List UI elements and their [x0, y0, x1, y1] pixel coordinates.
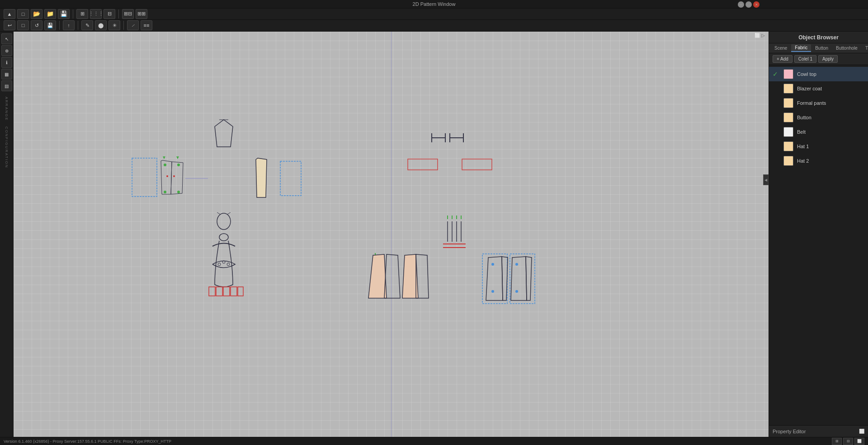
center-line-vertical [391, 32, 392, 437]
fabric-item-6[interactable]: Hat 1 [769, 139, 868, 154]
property-editor-expand[interactable]: ⬜ [859, 429, 864, 434]
fabric-list: ✓Cowl topBlazer coatFormal pantsButtonBe… [769, 65, 868, 425]
svg-rect-18 [462, 159, 492, 170]
fabric-item-3[interactable]: Formal pants [769, 96, 868, 110]
tab-scene[interactable]: Scene [771, 45, 791, 52]
separator5 [123, 21, 124, 30]
minimize-btn[interactable]: ─ [738, 1, 744, 8]
right-panel: Object Browser ⬜ ▷ Scene Fabric Button B… [769, 32, 868, 437]
pattern-canvas[interactable]: ▼ ▼ [14, 32, 769, 437]
svg-rect-3 [132, 158, 157, 197]
piece-waistband [429, 129, 466, 147]
tab-bar: Scene Fabric Button Buttonhole Tri▾ [769, 43, 868, 53]
svg-marker-5 [171, 162, 183, 194]
arrangement-btn[interactable]: ⋮⋮⋮ [90, 9, 102, 19]
grid-tool[interactable]: ▦ [1, 69, 12, 80]
fabric-swatch-5 [783, 127, 793, 137]
piece-right-box [279, 160, 302, 197]
svg-marker-0 [215, 120, 233, 147]
tab-button[interactable]: Button [811, 45, 832, 52]
object-browser-title: Object Browser ⬜ ▷ [769, 32, 868, 43]
fabric-swatch-1 [783, 69, 793, 79]
col1-button[interactable]: Colel 1 [794, 55, 816, 63]
svg-line-28 [227, 212, 231, 215]
svg-point-11 [177, 191, 180, 193]
status-text: Version 6.1.460 (x26856) - Proxy Server:… [4, 439, 171, 444]
save2-btn[interactable]: 💾 [44, 20, 56, 30]
piece-formal-pants [362, 251, 436, 303]
fabric-swatch-4 [783, 112, 793, 122]
fabric-name-6: Hat 1 [797, 144, 809, 149]
zoom-tool[interactable]: ⊕ [1, 45, 12, 56]
svg-marker-15 [256, 158, 267, 197]
split-btn[interactable]: ⊞⊞ [136, 9, 147, 19]
piece-bodice-top [208, 117, 240, 149]
svg-rect-34 [223, 287, 230, 296]
piece-collar [210, 239, 237, 253]
fabric-name-3: Formal pants [797, 100, 826, 106]
svg-point-59 [515, 263, 518, 266]
save-as-btn[interactable]: 📁 [44, 9, 56, 19]
tab-fabric[interactable]: Fabric [791, 44, 811, 52]
fabric-name-5: Belt [797, 129, 806, 135]
layout-btn[interactable]: ⊟ [104, 9, 115, 19]
open-btn[interactable]: 📂 [31, 9, 42, 19]
svg-point-31 [227, 263, 230, 266]
edit-btn[interactable]: ✎ [81, 20, 93, 30]
move-up-btn[interactable]: ↑ [63, 20, 75, 30]
separator4 [78, 21, 78, 30]
svg-marker-57 [526, 257, 532, 300]
separator2 [118, 9, 119, 19]
piece-rect-2 [461, 158, 493, 171]
check-icon-1: ✓ [773, 70, 780, 78]
undo-btn[interactable]: ↩ [4, 20, 15, 30]
panel-collapse-handle[interactable]: ◀ [763, 174, 769, 185]
redo-square-btn[interactable]: □ [17, 20, 29, 30]
multi-grid-btn[interactable]: ⊞⊟ [122, 9, 134, 19]
pin-btn[interactable]: ⬤ [95, 20, 107, 30]
grid-btn[interactable]: ⊞ [76, 9, 88, 19]
view-icon-2[interactable]: ⊟ [843, 438, 853, 445]
fabric-item-1[interactable]: ✓Cowl top [769, 67, 868, 81]
svg-point-58 [491, 263, 494, 266]
svg-marker-54 [486, 257, 503, 300]
fabric-item-5[interactable]: Belt [769, 125, 868, 139]
svg-text:▼: ▼ [162, 155, 166, 160]
view-icon-3[interactable]: ⬜ [854, 438, 864, 445]
tab-buttonhole[interactable]: Buttonhole [832, 45, 861, 52]
piece-small-buttons [208, 285, 244, 300]
arrow-tool-btn[interactable]: ▲ [4, 9, 15, 19]
redo-btn[interactable]: ↺ [31, 20, 42, 30]
collapse-icon[interactable]: ▷ [761, 33, 765, 38]
select-tool[interactable]: ↖ [1, 33, 12, 44]
lines-btn[interactable]: ≡≡ [141, 20, 152, 30]
fabric-item-4[interactable]: Button [769, 110, 868, 125]
fabric-item-7[interactable]: Hat 2 [769, 154, 868, 168]
select-tool-btn[interactable]: □ [17, 9, 29, 19]
main-layout: ↖ ⊕ ℹ ▦ ▤ ARRANGE CONFIGURATION [0, 32, 868, 437]
fabric-name-7: Hat 2 [797, 158, 809, 164]
cut-btn[interactable]: ⟋ [127, 20, 139, 30]
fabric-swatch-3 [783, 98, 793, 108]
fabric-name-2: Blazer coat [797, 86, 822, 91]
svg-rect-33 [216, 287, 222, 296]
svg-rect-16 [280, 161, 301, 196]
layer-tool[interactable]: ▤ [1, 80, 12, 91]
save-btn[interactable]: 💾 [58, 9, 70, 19]
expand-icon[interactable]: ⬜ [755, 33, 760, 38]
maximize-btn[interactable]: □ [745, 1, 752, 8]
piece-bodice-left: ▼ ▼ [131, 154, 212, 203]
tab-tri[interactable]: Tri▾ [862, 45, 868, 52]
svg-marker-48 [368, 254, 387, 298]
view-icon-1[interactable]: ⊞ [832, 438, 842, 445]
left-toolbar: ↖ ⊕ ℹ ▦ ▤ ARRANGE CONFIGURATION [0, 32, 14, 437]
fabric-name-1: Cowl top [797, 71, 816, 77]
close-btn[interactable]: ✕ [753, 1, 760, 8]
svg-point-9 [173, 175, 175, 177]
info-tool[interactable]: ℹ [1, 57, 12, 68]
fabric-item-2[interactable]: Blazer coat [769, 81, 868, 96]
fabric-swatch-7 [783, 156, 793, 166]
star-btn[interactable]: ✳ [108, 20, 120, 30]
apply-button[interactable]: Apply [818, 55, 838, 63]
add-button[interactable]: + Add [773, 55, 793, 63]
